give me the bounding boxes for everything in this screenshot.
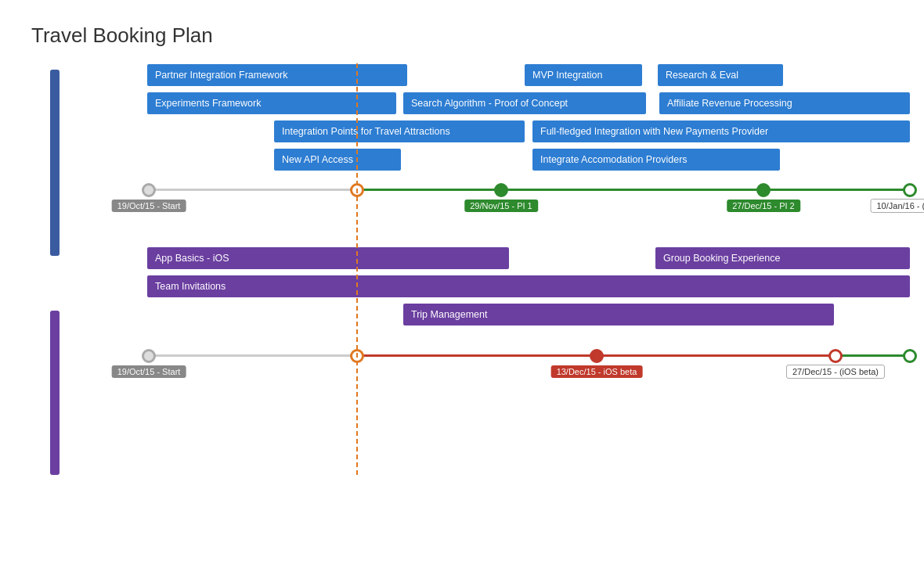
bt-gray-seg xyxy=(149,354,357,357)
bar-trip-management: Trip Management xyxy=(403,304,834,325)
bar-fullfledged-integration: Full-fledged Integration with New Paymen… xyxy=(532,120,910,142)
bar-row-bottom-0: App Basics - iOS Group Booking Experienc… xyxy=(78,246,893,270)
bar-mvp-integration: MVP Integration xyxy=(525,64,642,86)
bar-row-bottom-2: Trip Management xyxy=(78,303,893,326)
bar-research-eval: Research & Eval xyxy=(658,64,783,86)
bar-team-invitations: Team Invitations xyxy=(147,275,910,297)
dot-pi2-top xyxy=(756,183,771,197)
bt-green-seg xyxy=(836,354,910,357)
top-section: Partner Integration Framework MVP Integr… xyxy=(78,63,893,165)
page: Travel Booking Plan Partner Integration … xyxy=(0,0,924,579)
label-start-bottom: 19/Oct/15 - Start xyxy=(112,367,186,376)
timeline-gray-segment xyxy=(149,189,357,191)
label-start-top: 19/Oct/15 - Start xyxy=(112,201,186,210)
bar-row-0: Partner Integration Framework MVP Integr… xyxy=(78,63,893,87)
label-pi3-top: 10/Jan/16 - (PI 3) xyxy=(871,201,925,210)
bar-row-bottom-1: Team Invitations xyxy=(78,275,893,298)
dot-pi1-top xyxy=(494,183,508,197)
dot-start-bottom xyxy=(142,349,156,363)
page-title: Travel Booking Plan xyxy=(31,23,893,48)
dot-ios-beta-2 xyxy=(828,349,843,363)
timeline-line-green-1 xyxy=(357,189,910,191)
top-timeline: 19/Oct/15 - Start 29/Nov/15 - PI 1 27/De… xyxy=(78,173,893,220)
sidebar-purple-bar xyxy=(50,311,60,475)
bar-row-2: Integration Points for Travel Attraction… xyxy=(78,120,893,143)
left-sidebar xyxy=(31,63,78,475)
bar-affiliate-revenue: Affiliate Revenue Processing xyxy=(659,92,910,114)
label-pi2-top: 27/Dec/15 - PI 2 xyxy=(727,201,800,210)
sidebar-blue-bar xyxy=(50,70,60,256)
dot-today-bottom xyxy=(350,349,364,363)
bar-new-api-access: New API Access xyxy=(274,149,401,171)
dot-start-top xyxy=(142,183,156,197)
bar-app-basics: App Basics - iOS xyxy=(147,247,509,269)
bottom-section: App Basics - iOS Group Booking Experienc… xyxy=(78,246,893,333)
bar-experiments-framework: Experiments Framework xyxy=(147,92,396,114)
bar-integration-points: Integration Points for Travel Attraction… xyxy=(274,120,525,142)
dot-ios-beta xyxy=(590,349,604,363)
bar-search-algorithm: Search Algorithm - Proof of Concept xyxy=(403,92,646,114)
dot-pi3-top xyxy=(903,183,917,197)
dot-today-top xyxy=(350,183,364,197)
label-ios-beta-2: 27/Dec/15 - (iOS beta) xyxy=(786,367,885,376)
main-gantt: Partner Integration Framework MVP Integr… xyxy=(78,63,893,475)
bottom-timeline: 19/Oct/15 - Start 13/Dec/15 - iOS beta 2… xyxy=(78,339,893,390)
bar-integrate-accommodation: Integrate Accomodation Providers xyxy=(532,149,780,171)
dot-end-bottom xyxy=(903,349,917,363)
bar-row-1: Experiments Framework Search Algorithm -… xyxy=(78,92,893,115)
label-ios-beta: 13/Dec/15 - iOS beta xyxy=(551,367,643,376)
label-pi1-top: 29/Nov/15 - PI 1 xyxy=(464,201,538,210)
bar-partner-integration: Partner Integration Framework xyxy=(147,64,407,86)
bar-row-3: New API Access Integrate Accomodation Pr… xyxy=(78,148,893,171)
section-divider xyxy=(78,223,893,239)
bar-group-booking: Group Booking Experience xyxy=(655,247,910,269)
